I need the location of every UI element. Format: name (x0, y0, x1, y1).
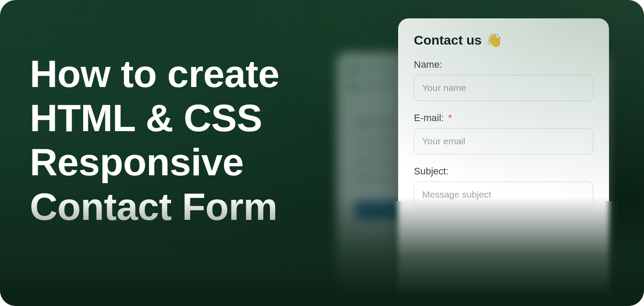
email-input[interactable] (414, 128, 593, 154)
email-label-text: E-mail: (414, 112, 444, 123)
hero-stage: How to create HTML & CSS Responsive Cont… (0, 0, 644, 306)
name-label: Name: (414, 59, 593, 70)
contact-form-card: Contact us 👋 Name: E-mail: * Subject: (398, 18, 609, 306)
name-input[interactable] (414, 75, 593, 101)
form-title: Contact us 👋 (414, 32, 593, 48)
wave-icon: 👋 (486, 32, 502, 48)
email-label: E-mail: * (414, 112, 593, 124)
subject-label: Subject: (414, 166, 593, 177)
page-title: How to create HTML & CSS Responsive Cont… (30, 52, 388, 229)
form-title-text: Contact us (414, 33, 482, 48)
required-mark: * (448, 112, 452, 123)
field-email: E-mail: * (414, 112, 593, 154)
field-subject: Subject: (414, 166, 593, 208)
subject-input[interactable] (414, 181, 593, 208)
field-name: Name: (414, 59, 593, 101)
